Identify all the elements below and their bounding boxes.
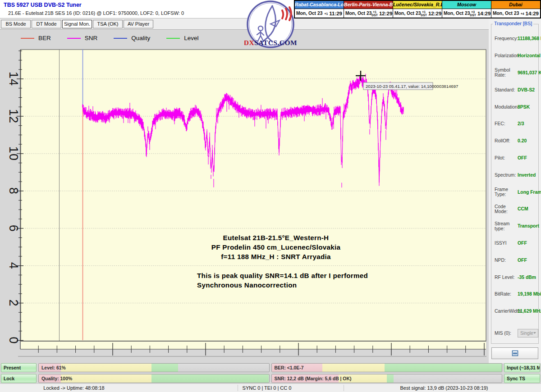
mis-select[interactable]: Single xyxy=(518,329,538,337)
y-tick-label: 12 xyxy=(7,109,20,123)
field-label: Symbol Rate: xyxy=(495,68,518,77)
clock-panel: Rabat-Casablanca-LondonMon, Oct 23+111:2… xyxy=(294,0,541,18)
field-value: -35 dBm xyxy=(518,275,536,280)
mis-selected-value: Single xyxy=(520,331,533,336)
field-value: Long Frame xyxy=(518,190,541,195)
tab-tsa-ok[interactable]: TSA (OK) xyxy=(93,20,123,28)
field-value: 9691,037 KS/s xyxy=(518,70,541,75)
clock-rabat-casablanca-london: Rabat-Casablanca-LondonMon, Oct 23+111:2… xyxy=(295,1,344,18)
clock-city-label: Rabat-Casablanca-London xyxy=(295,1,344,9)
offset-value: +1 xyxy=(422,10,426,14)
field-frequency: Frequency:11188,368 MHz xyxy=(491,30,538,47)
clock-date: Mon, Oct 23 xyxy=(394,11,421,16)
clock-time: 12:29 xyxy=(428,11,441,16)
clock-date: Mon, Oct 23 xyxy=(296,11,322,16)
field-value: Transport xyxy=(518,223,539,228)
tab-av-player[interactable]: AV Player xyxy=(124,20,153,28)
offset-value: +3 xyxy=(471,10,475,14)
field-value: 0.20 xyxy=(518,138,527,143)
field-label: ISSYI xyxy=(495,241,518,246)
progress-bar-level: Level: 61% xyxy=(38,363,270,372)
field-label: CarrierWidth: xyxy=(495,309,518,314)
y-tick-label: 10 xyxy=(7,146,20,161)
transponder-list-button[interactable] xyxy=(491,347,538,359)
field-label: MIS (0): xyxy=(495,331,518,336)
field-label: Code Mode: xyxy=(495,204,518,214)
window-title: TBS 5927 USB DVB-S2 Tuner xyxy=(4,2,82,8)
status-badge-sync-ts: Sync TS xyxy=(504,374,540,383)
field-value: 11188,368 MHz xyxy=(518,36,541,41)
transponder-title: Transponder [BS] xyxy=(493,21,533,26)
field-label: Spectrum: xyxy=(495,173,518,178)
legend-label-snr: SNR xyxy=(85,35,98,41)
field-value: Inverted xyxy=(518,173,536,178)
field-label: Pilot: xyxy=(495,155,518,160)
transponder-sidebar: Transponder [BS] Frequency:11188,368 MHz… xyxy=(489,18,541,363)
field-label: RF Level: xyxy=(495,275,518,280)
field-value: DVB-S2 xyxy=(518,87,535,92)
field-value: 8PSK xyxy=(518,105,530,109)
field-bitrate: BitRate:19,198 Mbit/s xyxy=(491,286,538,303)
field-value: 11,629 MHz xyxy=(518,309,541,314)
field-label: NPD: xyxy=(495,258,518,263)
progress-bar-snr: SNR: 12,2 dB (Margin: 5,6 dB | OK) xyxy=(271,374,503,383)
x-axis-band xyxy=(21,342,486,349)
annotation-line: f=11 188 MHz_H : SNRT Arryadia xyxy=(221,253,331,260)
clock-berlin-paris-vienna-belgrade: Berlin-Paris-Vienna-BelgradeMon, Oct 23+… xyxy=(344,1,393,18)
clock-utc-offset: +3DST xyxy=(470,10,476,17)
field-npd: NPD:OFF xyxy=(491,251,538,269)
field-value: 2/3 xyxy=(518,121,524,126)
clock-time: 12:29 xyxy=(379,11,392,16)
field-label: Stream type: xyxy=(495,221,518,231)
transponder-rows: Frequency:11188,368 MHzPolarization:Hori… xyxy=(491,30,538,342)
bar-zone xyxy=(151,374,269,383)
status-badge-present: Present xyxy=(1,363,37,372)
field-label: Frame Type: xyxy=(495,187,518,197)
monitor-row-2: LockQuality: 100%SNR: 12,2 dB (Margin: 5… xyxy=(1,374,540,383)
field-label: FEC: xyxy=(495,121,518,126)
tab-bs-mode[interactable]: BS Mode xyxy=(1,20,31,28)
dst-flag: DST xyxy=(421,14,427,17)
clock-moscow: MoscowMon, Oct 23+3DST14:29 xyxy=(442,1,491,18)
tab-signal-mon[interactable]: Signal Mon. xyxy=(62,20,92,28)
offset-value: +4 xyxy=(521,12,524,15)
field-spectrum: Spectrum:Inverted xyxy=(491,166,538,183)
legend-label-quality: Quality xyxy=(131,35,150,41)
bar-zone xyxy=(151,364,178,372)
chart-zone: BERSNRQualityLevel 02468101214Eutelsat 2… xyxy=(0,30,488,363)
y-tick-label: 4 xyxy=(7,262,20,269)
status-badge-input-18-31-mbps: Input (~18,31 Mbps) xyxy=(504,363,540,372)
legend-line-snr xyxy=(67,38,81,39)
field-value: CCM xyxy=(518,206,528,211)
y-tick-label: 2 xyxy=(7,300,20,307)
clock-dubai: DubaiMon, Oct 23+414:29 xyxy=(491,1,540,18)
bar-zone xyxy=(387,374,394,383)
progress-bar-ber: BER: <1.0E-7 xyxy=(271,363,503,372)
field-label: Modulation: xyxy=(495,105,518,109)
annotation-line: PF Prodelin 450 cm_Lucenec/Slovakia xyxy=(211,243,341,251)
clock-date: Mon, Oct 23 xyxy=(493,11,519,16)
sync-status: SYNC 0 | TEI 0 | CC 0 xyxy=(243,384,292,392)
clock-time: 11:29 xyxy=(329,11,342,16)
field-carrierwidth: CarrierWidth:11,629 MHz xyxy=(491,303,538,320)
bar-label: BER: <1.0E-7 xyxy=(275,364,304,372)
y-tick-label: 14 xyxy=(7,72,20,86)
field-label: Frequency: xyxy=(495,36,518,41)
monitor-row-1: PresentLevel: 61%BER: <1.0E-7Input (~18,… xyxy=(1,363,540,372)
clock-utc-offset: +4 xyxy=(521,12,524,15)
dst-flag: DST xyxy=(470,14,476,17)
clock-time: 14:29 xyxy=(477,11,491,16)
clock-city-label: Moscow xyxy=(442,1,491,9)
field-modulation: Modulation:8PSK xyxy=(491,98,538,115)
plot-area[interactable] xyxy=(21,50,486,341)
signal-chart[interactable]: 02468101214Eutelsat 21B-21.5°E_Western-H… xyxy=(0,45,487,363)
field-label: BitRate: xyxy=(495,292,518,296)
field-value: 19,198 Mbit/s xyxy=(518,292,541,296)
field-label: RollOff: xyxy=(495,138,518,143)
field-rf-level: RF Level:-35 dBm xyxy=(491,269,538,286)
tab-dt-mode[interactable]: DT Mode xyxy=(32,20,61,28)
field-polarization: Polarization:Horizontal xyxy=(491,47,538,64)
chart-legend: BERSNRQualityLevel xyxy=(21,35,215,41)
bar-label: Level: 61% xyxy=(41,364,66,372)
field-rolloff: RollOff:0.20 xyxy=(491,132,538,150)
